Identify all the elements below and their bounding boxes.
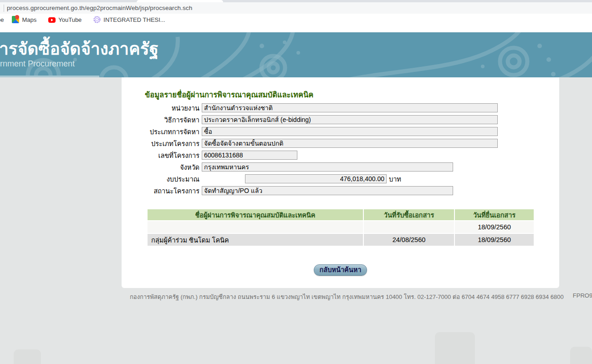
form-row: วิธีการจัดหา ประกวดราคาอิเล็กทรอนิกส์ (e… [122, 114, 559, 126]
footer-page-code: FPRO9965 [573, 292, 592, 302]
page-background: ข้อมูลรายชื่อผู้ผ่านการพิจารณาคุณสมบัติแ… [0, 77, 592, 364]
bookmark-label: Maps [22, 16, 36, 23]
browser-window: process.gprocurement.go.th/egp2procmainW… [0, 0, 592, 364]
form-row: เลขที่โครงการ 60086131688 [122, 149, 559, 161]
field-label: ประเภทการจัดหา [122, 126, 199, 137]
form-row: หน่วยงาน สำนักงานตำรวจแห่งชาติ [122, 102, 559, 114]
field-value-agency[interactable]: สำนักงานตำรวจแห่งชาติ [202, 103, 498, 112]
field-label: สถานะโครงการ [122, 186, 199, 196]
toolbar-separator [4, 5, 4, 12]
url-text[interactable]: process.gprocurement.go.th/egp2procmainW… [7, 5, 192, 11]
back-to-search-button[interactable]: กลับหน้าค้นหา [314, 264, 367, 276]
banner-title-thai: ารจัดซื้อจัดจ้างภาครัฐ [0, 35, 158, 62]
field-label: เลขที่โครงการ [122, 150, 199, 161]
column-header-bidder-name: ชื่อผู้ผ่านการพิจารณาคุณสมบัติและเทคนิค [147, 209, 363, 221]
column-header-doc-submit-date: วันที่ยื่นเอกสาร [454, 209, 534, 221]
table-row: 18/09/2560 [147, 221, 534, 233]
project-detail-form: หน่วยงาน สำนักงานตำรวจแห่งชาติ วิธีการจั… [122, 102, 559, 197]
table-header-row: ชื่อผู้ผ่านการพิจารณาคุณสมบัติและเทคนิค … [147, 209, 534, 221]
purple-spiral-icon [93, 16, 101, 23]
form-row: งบประมาณ 476,018,400.00 บาท [122, 173, 559, 185]
form-row: ประเภทการจัดหา ซื้อ [122, 126, 559, 137]
youtube-icon [48, 17, 56, 23]
site-banner: ารจัดซื้อจัดจ้างภาครัฐ rnment Procuremen… [0, 32, 592, 77]
form-row: จังหวัด กรุงเทพมหานคร [122, 161, 559, 173]
bookmark-item-integrated-thesis[interactable]: INTEGRATED THESI... [93, 16, 165, 23]
field-value-project-number[interactable]: 60086131688 [202, 151, 297, 160]
button-row: กลับหน้าค้นหา [122, 264, 559, 276]
background-building-shape [570, 347, 592, 364]
form-row: ประเภทโครงการ จัดซื้อจัดจ้างตามขั้นตอนปก… [122, 137, 559, 149]
page-footer: กองการพัสดุภาครัฐ (กพภ.) กรมบัญชีกลาง ถน… [130, 292, 554, 302]
address-bar[interactable]: process.gprocurement.go.th/egp2procmainW… [0, 2, 592, 14]
column-header-doc-purchase-date: วันที่รับซื้อเอกสาร [363, 209, 454, 221]
field-value-project-type[interactable]: จัดซื้อจัดจ้างตามขั้นตอนปกติ [202, 139, 498, 148]
bookmark-label: INTEGRATED THESI... [103, 16, 165, 23]
bookmark-label: YouTube [58, 16, 82, 23]
table-row: กลุ่มผู้ค้าร่วม ซินโดม โคนิค 24/08/2560 … [147, 233, 534, 246]
bookmark-item-maps[interactable]: Maps [12, 16, 36, 23]
bookmark-label: be [0, 16, 4, 23]
field-label: หน่วยงาน [122, 103, 199, 113]
field-value-budget[interactable]: 476,018,400.00 [245, 174, 387, 183]
background-building-shape [14, 349, 41, 364]
cell-bidder-name: กลุ่มผู้ค้าร่วม ซินโดม โคนิค [147, 233, 363, 246]
bookmark-item-youtube[interactable]: YouTube [48, 16, 82, 23]
cell-doc-submit-date: 18/09/2560 [454, 221, 534, 233]
field-value-procurement-method[interactable]: ประกวดราคาอิเล็กทรอนิกส์ (e-bidding) [202, 115, 498, 124]
cell-doc-purchase-date [363, 221, 454, 233]
background-building-shape [435, 332, 475, 364]
cell-doc-submit-date: 18/09/2560 [454, 233, 534, 246]
cell-doc-purchase-date: 24/08/2560 [363, 233, 454, 246]
google-maps-icon [12, 16, 19, 23]
page-title: ข้อมูลรายชื่อผู้ผ่านการพิจารณาคุณสมบัติแ… [145, 89, 313, 101]
field-value-province[interactable]: กรุงเทพมหานคร [202, 162, 453, 172]
field-label: วิธีการจัดหา [122, 115, 199, 125]
field-label: ประเภทโครงการ [122, 138, 199, 149]
bookmarks-bar: be Maps YouTube INTEGRATED THESI... [0, 14, 592, 25]
cell-bidder-name [147, 221, 363, 233]
chrome-page-gap [0, 25, 592, 32]
field-value-procurement-type[interactable]: ซื้อ [202, 127, 498, 136]
banner-subtitle-english: rnment Procurement [0, 59, 75, 69]
field-label: งบประมาณ [122, 174, 199, 184]
content-panel: ข้อมูลรายชื่อผู้ผ่านการพิจารณาคุณสมบัติแ… [122, 77, 559, 288]
bookmark-item-partial[interactable]: be [0, 16, 4, 23]
field-label: จังหวัด [122, 162, 199, 172]
field-value-project-status[interactable]: จัดทำสัญญา/PO แล้ว [202, 186, 453, 195]
footer-address-text: กองการพัสดุภาครัฐ (กพภ.) กรมบัญชีกลาง ถน… [130, 292, 564, 302]
qualified-bidders-table: ชื่อผู้ผ่านการพิจารณาคุณสมบัติและเทคนิค … [147, 208, 535, 247]
form-row: สถานะโครงการ จัดทำสัญญา/PO แล้ว [122, 185, 559, 197]
budget-unit-label: บาท [389, 174, 401, 184]
